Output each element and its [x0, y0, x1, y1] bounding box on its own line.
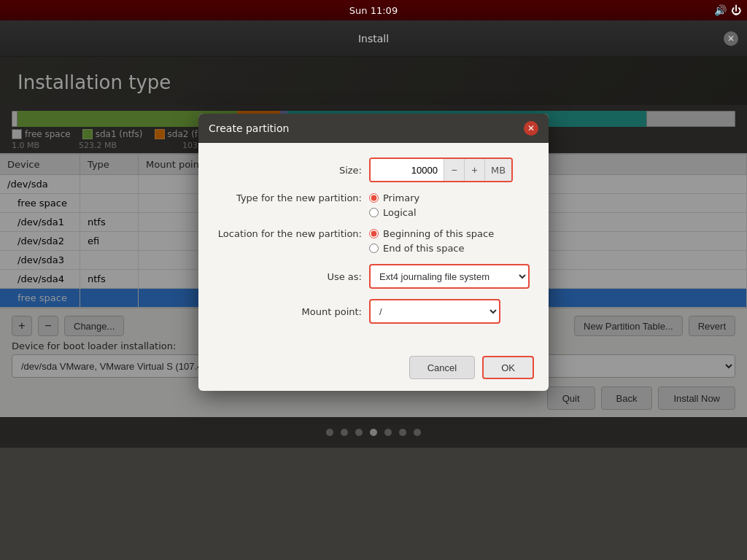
- size-input[interactable]: [371, 159, 444, 181]
- volume-icon[interactable]: 🔊: [714, 4, 727, 16]
- power-icon[interactable]: ⏻: [731, 4, 741, 16]
- location-end-radio[interactable]: [369, 244, 379, 253]
- location-beginning-label[interactable]: Beginning of this space: [369, 228, 494, 239]
- use-as-select-group: Ext4 journaling file system Ext3 journal…: [369, 264, 530, 289]
- type-row: Type for the new partition: Primary Logi…: [216, 192, 531, 218]
- window-close-button[interactable]: ✕: [724, 31, 738, 46]
- type-logical-text: Logical: [383, 207, 417, 218]
- mount-point-select[interactable]: / /boot /home /tmp /usr /var: [371, 300, 499, 322]
- type-primary-radio[interactable]: [369, 193, 379, 203]
- type-label: Type for the new partition:: [216, 192, 362, 203]
- mount-point-row: Mount point: / /boot /home /tmp /usr /va…: [216, 299, 531, 324]
- location-end-text: End of this space: [383, 243, 465, 254]
- dialog-title: Create partition: [209, 122, 289, 134]
- ok-button[interactable]: OK: [482, 356, 534, 379]
- top-bar-icons: 🔊 ⏻: [714, 4, 741, 16]
- type-radio-group: Primary Logical: [369, 192, 419, 218]
- dialog-body: Size: − + MB Type for the new partition:: [198, 143, 549, 349]
- dialog-footer: Cancel OK: [198, 349, 549, 391]
- window-title: Install: [358, 33, 389, 44]
- top-bar: Sun 11:09 🔊 ⏻: [0, 0, 747, 20]
- dialog-titlebar: Create partition ✕: [198, 114, 549, 143]
- clock: Sun 11:09: [349, 5, 398, 16]
- type-logical-label[interactable]: Logical: [369, 207, 419, 218]
- mount-point-select-group: / /boot /home /tmp /usr /var: [369, 299, 500, 324]
- location-row: Location for the new partition: Beginnin…: [216, 228, 531, 254]
- dialog-overlay: Create partition ✕ Size: − + MB: [0, 57, 747, 448]
- main-content: Installation type free space sda1 (ntfs): [0, 57, 747, 448]
- mount-point-label: Mount point:: [216, 306, 362, 317]
- type-primary-text: Primary: [383, 192, 419, 203]
- type-logical-radio[interactable]: [369, 208, 379, 217]
- location-label: Location for the new partition:: [216, 228, 362, 239]
- size-input-group: − + MB: [369, 158, 513, 182]
- location-radio-group: Beginning of this space End of this spac…: [369, 228, 494, 254]
- use-as-row: Use as: Ext4 journaling file system Ext3…: [216, 264, 531, 289]
- size-unit: MB: [484, 159, 511, 181]
- size-increase-button[interactable]: +: [464, 159, 484, 181]
- type-primary-label[interactable]: Primary: [369, 192, 419, 203]
- cancel-button[interactable]: Cancel: [409, 356, 475, 379]
- use-as-label: Use as:: [216, 271, 362, 282]
- location-beginning-radio[interactable]: [369, 229, 379, 238]
- use-as-select[interactable]: Ext4 journaling file system Ext3 journal…: [371, 265, 528, 287]
- create-partition-dialog: Create partition ✕ Size: − + MB: [198, 114, 549, 391]
- size-label: Size:: [216, 165, 362, 176]
- size-decrease-button[interactable]: −: [444, 159, 464, 181]
- location-end-label[interactable]: End of this space: [369, 243, 494, 254]
- location-beginning-text: Beginning of this space: [383, 228, 494, 239]
- dialog-close-button[interactable]: ✕: [524, 121, 538, 136]
- title-bar: Install ✕: [0, 20, 747, 57]
- size-row: Size: − + MB: [216, 158, 531, 182]
